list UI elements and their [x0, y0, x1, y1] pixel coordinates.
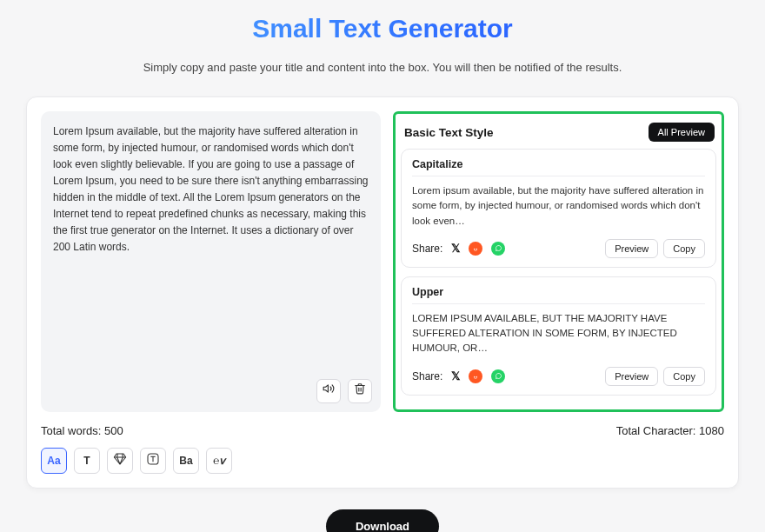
mode-toolbar: Aa T Ba ℮ⅴ — [41, 448, 724, 474]
main-card: Lorem Ipsum available, but the majority … — [26, 96, 739, 489]
share-whatsapp-icon[interactable] — [491, 242, 505, 256]
share-x-icon[interactable]: 𝕏 — [451, 369, 460, 382]
style-sample-text: Lorem ipsum available, but the majority … — [412, 183, 705, 229]
preview-button[interactable]: Preview — [605, 239, 658, 258]
preview-button[interactable]: Preview — [605, 367, 658, 386]
total-words: Total words: 500 — [41, 424, 123, 437]
results-section-label: Basic Text Style — [404, 126, 494, 139]
mode-ba-button[interactable]: Ba — [173, 448, 199, 474]
svg-point-1 — [474, 249, 475, 249]
page-subtitle: Simply copy and paste your title and con… — [0, 61, 765, 74]
style-name: Upper — [412, 286, 705, 298]
share-label: Share: — [412, 243, 442, 255]
download-button[interactable]: Download — [326, 509, 439, 532]
all-preview-button[interactable]: All Preview — [649, 123, 715, 142]
copy-button[interactable]: Copy — [663, 239, 705, 258]
divider — [412, 303, 705, 304]
copy-button[interactable]: Copy — [663, 367, 705, 386]
diamond-icon — [113, 452, 127, 469]
share-label: Share: — [412, 370, 442, 382]
results-panel: Basic Text Style All Preview Capitalize … — [393, 111, 724, 412]
style-name: Capitalize — [412, 158, 705, 170]
clear-button[interactable] — [348, 379, 372, 403]
style-sample-text: LOREM IPSUM AVAILABLE, BUT THE MAJORITY … — [412, 311, 705, 356]
svg-point-3 — [474, 376, 475, 376]
mode-diamond-button[interactable] — [107, 448, 133, 474]
editor-textarea[interactable]: Lorem Ipsum available, but the majority … — [41, 111, 381, 412]
style-card-capitalize: Capitalize Lorem ipsum available, but th… — [401, 149, 716, 268]
mode-aa-button[interactable]: Aa — [41, 448, 67, 474]
svg-marker-0 — [323, 385, 328, 392]
mode-circle-t-button[interactable] — [140, 448, 166, 474]
share-reddit-icon[interactable] — [469, 242, 482, 256]
share-whatsapp-icon[interactable] — [491, 369, 505, 383]
editor-text: Lorem Ipsum available, but the majority … — [53, 123, 369, 256]
circle-t-icon — [146, 452, 160, 469]
page-title: Small Text Generator — [0, 14, 765, 43]
total-characters: Total Character: 1080 — [616, 424, 724, 437]
speak-button[interactable] — [316, 379, 341, 403]
style-card-upper: Upper LOREM IPSUM AVAILABLE, BUT THE MAJ… — [401, 276, 716, 396]
share-x-icon[interactable]: 𝕏 — [451, 242, 460, 255]
share-reddit-icon[interactable] — [469, 369, 482, 383]
divider — [412, 176, 705, 176]
mode-ev-button[interactable]: ℮ⅴ — [206, 448, 232, 474]
volume-icon — [323, 382, 335, 400]
trash-icon — [354, 382, 366, 400]
svg-point-4 — [476, 376, 477, 376]
svg-point-2 — [476, 249, 477, 249]
mode-t-button[interactable]: T — [74, 448, 100, 474]
